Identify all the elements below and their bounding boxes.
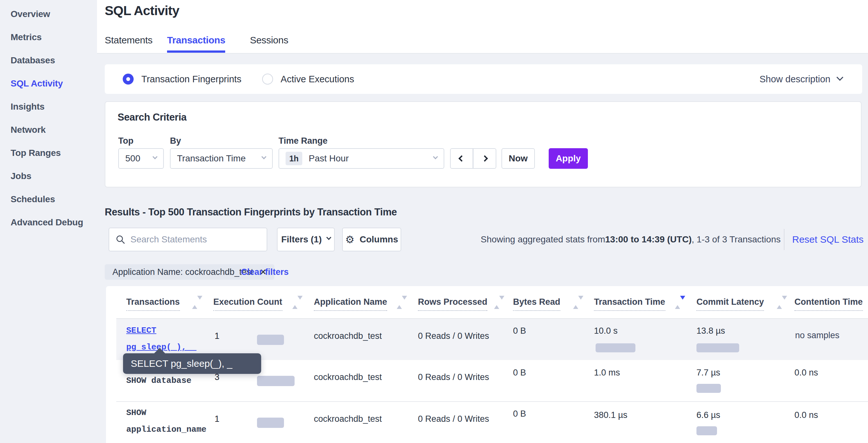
fingerprint-line1: SELECT [126,322,196,339]
reset-sql-stats-link[interactable]: Reset SQL Stats [792,228,864,252]
search-criteria-card: Search Criteria Top By Time Range 500 Tr… [105,101,862,187]
time-range-value: Past Hour [309,153,349,164]
stats-range: 13:00 to 14:39 (UTC) [605,234,692,245]
page-header: SQL Activity Statements Transactions Ses… [97,0,868,54]
filter-chip-label: Application Name: cockroachdb_test [113,267,253,277]
sidebar-item-advanced-debug[interactable]: Advanced Debug [0,211,97,234]
columns-button[interactable]: ⚙ Columns [342,228,401,252]
view-toggle-panel: Transaction Fingerprints Active Executio… [105,64,862,94]
commit-latency-bar [696,384,721,393]
col-header-commit-latency[interactable]: Commit Latency [696,297,764,311]
fingerprint-line2: application_name [126,421,207,438]
contention-time-value: 0.0 ns [795,410,818,420]
time-range-prev-button[interactable] [450,148,473,169]
execution-count-bar [257,376,294,386]
chevron-down-icon [326,235,331,240]
show-description-toggle[interactable]: Show description [760,64,842,94]
sidebar-item-sql-activity[interactable]: SQL Activity [0,72,97,95]
search-criteria-title: Search Criteria [118,112,187,123]
bytes-read-value: 0 B [513,368,526,378]
time-range-select[interactable]: 1h Past Hour [279,148,444,169]
search-statements-input[interactable] [130,234,259,245]
transaction-time-value: 1.0 ms [594,368,620,378]
sort-icon-rows-processed[interactable] [494,300,499,310]
col-header-execution-count[interactable]: Execution Count [213,297,282,311]
sidebar-item-jobs[interactable]: Jobs [0,165,97,188]
tab-sessions[interactable]: Sessions [250,35,288,51]
results-title: Results - Top 500 Transaction Fingerprin… [105,206,397,218]
fingerprint-tooltip: SELECT pg_sleep(_), _ [123,353,261,374]
chevron-down-icon [153,154,158,159]
execution-count-bar [257,418,284,428]
sort-icon-transaction-time-active-desc[interactable] [675,300,680,310]
radio-label-active-executions[interactable]: Active Executions [281,74,354,85]
aggregated-stats-text: Showing aggregated stats from 13:00 to 1… [480,228,781,252]
time-range-badge: 1h [286,152,302,165]
sidebar-item-insights[interactable]: Insights [0,95,97,118]
time-range-label: Time Range [279,136,328,146]
sidebar-item-databases[interactable]: Databases [0,49,97,72]
sort-icon-bytes-read[interactable] [573,300,578,310]
by-select-value: Transaction Time [177,153,246,164]
bytes-read-value: 0 B [513,326,526,336]
now-button[interactable]: Now [501,148,535,169]
top-label: Top [118,136,133,146]
contention-time-value: 0.0 ns [795,368,818,378]
sidebar-item-network[interactable]: Network [0,118,97,142]
sidebar-item-overview[interactable]: Overview [0,3,97,26]
main-content: SQL Activity Statements Transactions Ses… [97,0,868,443]
top-select-value: 500 [125,153,141,164]
bytes-read-value: 0 B [513,409,526,419]
transaction-fingerprint[interactable]: SHOW database [126,372,191,389]
application-name-value: cockroachdb_test [314,414,382,424]
tab-transactions[interactable]: Transactions [167,35,225,53]
sort-icon-commit-latency[interactable] [777,300,782,310]
radio-label-transaction-fingerprints[interactable]: Transaction Fingerprints [141,74,242,85]
execution-count-bar [257,335,284,345]
page-title: SQL Activity [105,3,179,18]
commit-latency-value: 13.8 µs [696,326,725,336]
rows-processed-value: 0 Reads / 0 Writes [418,372,489,382]
table-row[interactable]: SHOW application_name 1 cockroachdb_test… [116,401,868,443]
show-description-label: Show description [760,74,830,85]
radio-active-executions[interactable] [262,73,273,85]
sort-icon-application-name[interactable] [397,300,402,310]
gear-icon: ⚙ [345,233,355,246]
toolbar-divider [784,229,784,250]
col-header-application-name[interactable]: Application Name [314,297,387,311]
by-select[interactable]: Transaction Time [170,148,273,169]
col-header-rows-processed[interactable]: Rows Processed [418,297,487,311]
columns-button-label: Columns [360,234,398,245]
chevron-down-icon [433,154,438,159]
commit-latency-bar [696,426,717,435]
application-name-value: cockroachdb_test [314,331,382,341]
col-header-transactions[interactable]: Transactions [126,297,180,311]
sidebar-item-top-ranges[interactable]: Top Ranges [0,142,97,165]
commit-latency-value: 7.7 µs [696,368,720,378]
transaction-time-value: 10.0 s [594,326,618,336]
transaction-fingerprint[interactable]: SHOW application_name [126,405,207,438]
execution-count-value: 1 [215,414,219,424]
search-statements-box [108,228,267,252]
sidebar-item-schedules[interactable]: Schedules [0,188,97,211]
col-header-transaction-time[interactable]: Transaction Time [594,297,665,311]
chevron-down-icon [261,154,267,159]
sort-icon-transactions[interactable] [192,300,197,310]
sidebar-item-metrics[interactable]: Metrics [0,26,97,49]
execution-count-value: 1 [215,331,219,341]
transaction-time-bar [596,343,636,352]
sidebar: Overview Metrics Databases SQL Activity … [0,0,97,443]
clear-filters-link[interactable]: Clear filters [241,264,289,280]
radio-transaction-fingerprints[interactable] [123,73,134,85]
col-header-contention-time[interactable]: Contention Time [795,297,863,311]
tab-statements[interactable]: Statements [105,35,153,51]
top-select[interactable]: 500 [118,148,164,169]
sort-icon-execution-count[interactable] [292,300,298,310]
col-header-bytes-read[interactable]: Bytes Read [513,297,560,311]
time-range-next-button[interactable] [473,148,496,169]
filters-button[interactable]: Filters (1) [277,228,335,252]
by-label: By [170,136,181,146]
apply-button[interactable]: Apply [549,148,588,169]
commit-latency-bar [696,343,739,352]
stats-prefix: Showing aggregated stats from [480,234,605,245]
